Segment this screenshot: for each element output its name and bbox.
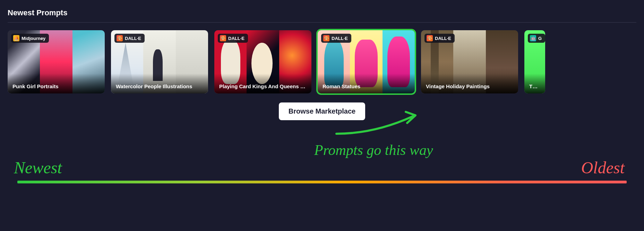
- card-title: Punk Girl Portraits: [8, 74, 105, 93]
- prompt-card-row: ⛵ Midjourney Punk Girl Portraits 🎨 DALL·…: [0, 23, 644, 101]
- engine-badge: 🤖 G: [528, 34, 545, 43]
- gpt-icon: 🤖: [530, 35, 536, 41]
- dalle-icon: 🎨: [220, 35, 226, 41]
- prompt-card[interactable]: 🎨 DALL·E Watercolor People Illustrations: [111, 30, 208, 93]
- card-title: Roman Statues: [318, 74, 415, 93]
- timeline-gradient-bar: [17, 181, 627, 183]
- prompt-card[interactable]: 🤖 G The Pr: [524, 30, 545, 93]
- engine-label: DALL·E: [125, 36, 141, 41]
- midjourney-icon: ⛵: [13, 35, 19, 41]
- engine-label: G: [538, 36, 542, 41]
- dalle-icon: 🎨: [117, 35, 123, 41]
- card-title: Playing Card Kings And Queens - P…: [214, 74, 311, 93]
- prompt-card[interactable]: 🎨 DALL·E Playing Card Kings And Queens -…: [214, 30, 311, 93]
- dalle-icon: 🎨: [323, 35, 329, 41]
- prompt-card[interactable]: ⛵ Midjourney Punk Girl Portraits: [8, 30, 105, 93]
- card-title: Vintage Holiday Paintings: [421, 74, 518, 93]
- engine-label: DALL·E: [435, 36, 451, 41]
- oldest-label: Oldest: [581, 158, 625, 177]
- engine-badge: ⛵ Midjourney: [11, 34, 49, 43]
- engine-badge: 🎨 DALL·E: [114, 34, 145, 43]
- card-title: Watercolor People Illustrations: [111, 74, 208, 93]
- prompt-card[interactable]: 🎨 DALL·E Vintage Holiday Paintings: [421, 30, 518, 93]
- newest-label: Newest: [14, 158, 62, 177]
- engine-badge: 🎨 DALL·E: [321, 34, 351, 43]
- annotation-arrow-icon: [333, 108, 423, 139]
- card-title: The Pr: [524, 74, 545, 93]
- engine-label: DALL·E: [228, 36, 244, 41]
- engine-badge: 🎨 DALL·E: [424, 34, 455, 43]
- dalle-icon: 🎨: [427, 35, 433, 41]
- engine-badge: 🎨 DALL·E: [218, 34, 248, 43]
- section-title: Newest Prompts: [0, 0, 644, 22]
- engine-label: DALL·E: [332, 36, 348, 41]
- engine-label: Midjourney: [22, 36, 45, 41]
- annotation-label: Prompts go this way: [314, 142, 433, 158]
- prompt-card-highlighted[interactable]: 🎨 DALL·E Roman Statues: [318, 30, 415, 93]
